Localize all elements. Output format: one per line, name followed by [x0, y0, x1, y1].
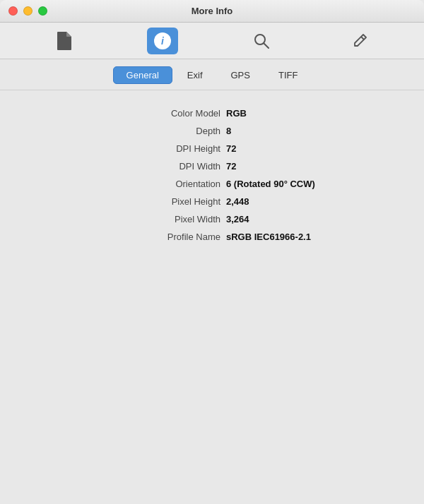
info-value: 6 (Rotated 90° CCW): [226, 179, 315, 189]
tab-gps[interactable]: GPS: [218, 66, 264, 84]
content-area: Color ModelRGBDepth8DPI Height72DPI Widt…: [0, 90, 424, 260]
close-button[interactable]: [8, 6, 18, 16]
tab-exif[interactable]: Exif: [174, 66, 216, 84]
window-title: More Info: [192, 6, 233, 16]
file-toolbar-button[interactable]: [48, 28, 79, 54]
maximize-button[interactable]: [38, 6, 47, 16]
minimize-button[interactable]: [23, 6, 33, 16]
info-label: DPI Width: [0, 161, 226, 172]
info-label: Pixel Height: [0, 196, 226, 207]
info-value: 72: [226, 161, 236, 172]
window-controls: [8, 6, 47, 16]
svg-line-2: [361, 37, 364, 40]
info-label: Pixel Width: [0, 214, 226, 224]
info-label: Color Model: [0, 108, 226, 119]
info-value: 2,448: [226, 196, 249, 207]
info-toolbar-button[interactable]: i: [147, 28, 178, 54]
edit-toolbar-button[interactable]: [345, 28, 376, 54]
info-row: Pixel Height2,448: [0, 193, 424, 210]
info-row: Pixel Width3,264: [0, 210, 424, 228]
info-value: 8: [226, 126, 231, 136]
toolbar: i: [0, 23, 424, 59]
info-label: Depth: [0, 126, 226, 136]
info-row: Depth8: [0, 122, 424, 140]
info-row: Orientation6 (Rotated 90° CCW): [0, 175, 424, 193]
tab-general[interactable]: General: [113, 66, 172, 84]
search-toolbar-button[interactable]: [246, 28, 277, 54]
info-icon: i: [154, 32, 171, 49]
title-bar: More Info: [0, 0, 424, 23]
info-label: DPI Height: [0, 143, 226, 154]
info-value: 72: [226, 143, 236, 154]
svg-line-1: [264, 43, 269, 48]
info-row: Profile NamesRGB IEC61966-2.1: [0, 228, 424, 246]
tab-tiff[interactable]: TIFF: [265, 66, 311, 84]
info-row: Color ModelRGB: [0, 104, 424, 122]
info-table: Color ModelRGBDepth8DPI Height72DPI Widt…: [0, 104, 424, 246]
info-row: DPI Height72: [0, 140, 424, 157]
info-value: RGB: [226, 108, 247, 119]
info-label: Profile Name: [0, 232, 226, 242]
info-row: DPI Width72: [0, 157, 424, 175]
info-value: sRGB IEC61966-2.1: [226, 232, 311, 242]
info-label: Orientation: [0, 179, 226, 189]
info-value: 3,264: [226, 214, 249, 224]
tab-bar: General Exif GPS TIFF: [0, 59, 424, 90]
